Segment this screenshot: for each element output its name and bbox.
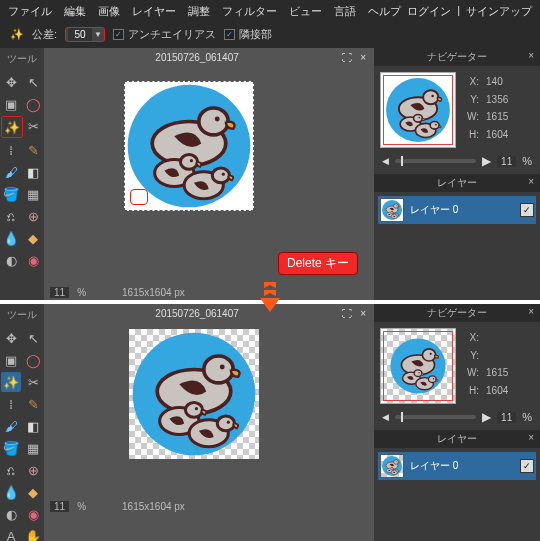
crop-tool-icon[interactable]: ✂: [23, 372, 43, 392]
canvas-image[interactable]: [129, 329, 259, 459]
menu-view[interactable]: ビュー: [289, 4, 322, 19]
blur-tool-icon[interactable]: 💧: [1, 228, 21, 248]
toolbox-title: ツール: [0, 50, 44, 70]
layers-title: レイヤー: [437, 433, 477, 444]
menu-language[interactable]: 言語: [334, 4, 356, 19]
menu-help[interactable]: ヘルプ: [368, 4, 401, 19]
menu-filter[interactable]: フィルター: [222, 4, 277, 19]
move-tool-icon[interactable]: ✥: [1, 72, 21, 92]
triangle-left-icon[interactable]: ◀: [382, 412, 389, 422]
check-icon: ✓: [224, 29, 235, 40]
sep: |: [457, 4, 460, 19]
wand-icon: ✨: [10, 28, 24, 41]
nav-zoom-value[interactable]: 11: [497, 412, 516, 423]
layer-row[interactable]: レイヤー 0 ✓: [378, 452, 536, 480]
navigator-coords: X:140 Y:1356 W:1615 H:1604: [464, 72, 511, 144]
clone-tool-icon[interactable]: ⎌: [1, 460, 21, 480]
percent-label: %: [522, 411, 532, 423]
triangle-right-icon[interactable]: ▶: [482, 410, 491, 424]
magic-wand-tool-icon[interactable]: ✨: [1, 372, 21, 392]
navigator-coords: X: Y: W:1615 H:1604: [464, 328, 511, 400]
clone-tool-icon[interactable]: ⎌: [1, 206, 21, 226]
crop-tool-icon[interactable]: ✂: [23, 116, 43, 136]
menu-layer[interactable]: レイヤー: [132, 4, 176, 19]
stamp-tool-icon[interactable]: ⊕: [23, 206, 43, 226]
brush-tool-icon[interactable]: 🖌: [1, 162, 21, 182]
tolerance-field[interactable]: 50 ▼: [65, 27, 105, 42]
gradient-tool-icon[interactable]: ▦: [23, 438, 43, 458]
hand-tool-icon[interactable]: ✋: [23, 526, 43, 541]
zoom-slider[interactable]: [395, 159, 476, 163]
dodge-tool-icon[interactable]: ◐: [1, 504, 21, 524]
check-icon: ✓: [113, 29, 124, 40]
contiguous-checkbox[interactable]: ✓ 隣接部: [224, 27, 272, 42]
arrow-down-icon: [0, 282, 540, 314]
path-tool-icon[interactable]: ↖︎: [23, 328, 43, 348]
navigator-viewport[interactable]: [383, 75, 453, 145]
antialias-checkbox[interactable]: ✓ アンチエイリアス: [113, 27, 216, 42]
blur-tool-icon[interactable]: 💧: [1, 482, 21, 502]
dimensions-label: 1615x1604 px: [122, 501, 185, 512]
dodge-tool-icon[interactable]: ◐: [1, 250, 21, 270]
bucket-tool-icon[interactable]: 🪣: [1, 184, 21, 204]
cursor-highlight: [130, 189, 148, 205]
redeye-tool-icon[interactable]: ◉: [23, 250, 43, 270]
stamp-tool-icon[interactable]: ⊕: [23, 460, 43, 480]
navigator-thumbnail[interactable]: [380, 72, 456, 148]
brush-tool-icon[interactable]: 🖌: [1, 416, 21, 436]
eyedropper-tool-icon[interactable]: ⁞: [1, 140, 21, 160]
move-tool-icon[interactable]: ✥: [1, 328, 21, 348]
navigator-viewport[interactable]: [383, 331, 453, 401]
close-icon[interactable]: ×: [360, 52, 366, 63]
zoom-slider[interactable]: [395, 415, 476, 419]
expand-icon[interactable]: ⛶: [342, 52, 352, 63]
lasso-tool-icon[interactable]: ◯: [23, 94, 43, 114]
redeye-tool-icon[interactable]: ◉: [23, 504, 43, 524]
layer-thumbnail: [380, 454, 404, 478]
layer-thumbnail: [380, 198, 404, 222]
percent-label: %: [522, 155, 532, 167]
close-icon[interactable]: ×: [528, 176, 534, 187]
layer-name: レイヤー 0: [410, 203, 514, 217]
nav-zoom-value[interactable]: 11: [497, 156, 516, 167]
pencil-tool-icon[interactable]: ✎: [23, 394, 43, 414]
login-link[interactable]: ログイン: [407, 4, 451, 19]
marquee-tool-icon[interactable]: ▣: [1, 94, 21, 114]
tolerance-value[interactable]: 50: [68, 28, 92, 41]
delete-key-annotation: Delete キー: [278, 252, 358, 275]
layer-row[interactable]: レイヤー 0 ✓: [378, 196, 536, 224]
tolerance-label: 公差:: [32, 27, 57, 42]
eyedropper-tool-icon[interactable]: ⁞: [1, 394, 21, 414]
gradient-tool-icon[interactable]: ▦: [23, 184, 43, 204]
lasso-tool-icon[interactable]: ◯: [23, 350, 43, 370]
triangle-right-icon[interactable]: ▶: [482, 154, 491, 168]
percent-label: %: [77, 501, 86, 512]
menu-file[interactable]: ファイル: [8, 4, 52, 19]
zoom-value[interactable]: 11: [50, 501, 69, 512]
close-icon[interactable]: ×: [528, 50, 534, 61]
magic-wand-tool-icon[interactable]: ✨: [1, 116, 23, 138]
pencil-tool-icon[interactable]: ✎: [23, 140, 43, 160]
chevron-down-icon[interactable]: ▼: [94, 30, 102, 39]
visibility-checkbox[interactable]: ✓: [520, 459, 534, 473]
text-tool-icon[interactable]: A: [1, 526, 21, 541]
path-tool-icon[interactable]: ↖︎: [23, 72, 43, 92]
navigator-thumbnail[interactable]: [380, 328, 456, 404]
navigator-title: ナビゲーター: [427, 51, 487, 62]
menu-adjust[interactable]: 調整: [188, 4, 210, 19]
canvas-image[interactable]: [124, 81, 254, 211]
triangle-left-icon[interactable]: ◀: [382, 156, 389, 166]
visibility-checkbox[interactable]: ✓: [520, 203, 534, 217]
marquee-tool-icon[interactable]: ▣: [1, 350, 21, 370]
signup-link[interactable]: サインアップ: [466, 4, 532, 19]
menu-image[interactable]: 画像: [98, 4, 120, 19]
sponge-tool-icon[interactable]: ◆: [23, 228, 43, 248]
eraser-tool-icon[interactable]: ◧: [23, 416, 43, 436]
menu-edit[interactable]: 編集: [64, 4, 86, 19]
tab-title: 20150726_061407: [52, 52, 342, 63]
sponge-tool-icon[interactable]: ◆: [23, 482, 43, 502]
close-icon[interactable]: ×: [528, 432, 534, 443]
bucket-tool-icon[interactable]: 🪣: [1, 438, 21, 458]
layers-title: レイヤー: [437, 177, 477, 188]
eraser-tool-icon[interactable]: ◧: [23, 162, 43, 182]
